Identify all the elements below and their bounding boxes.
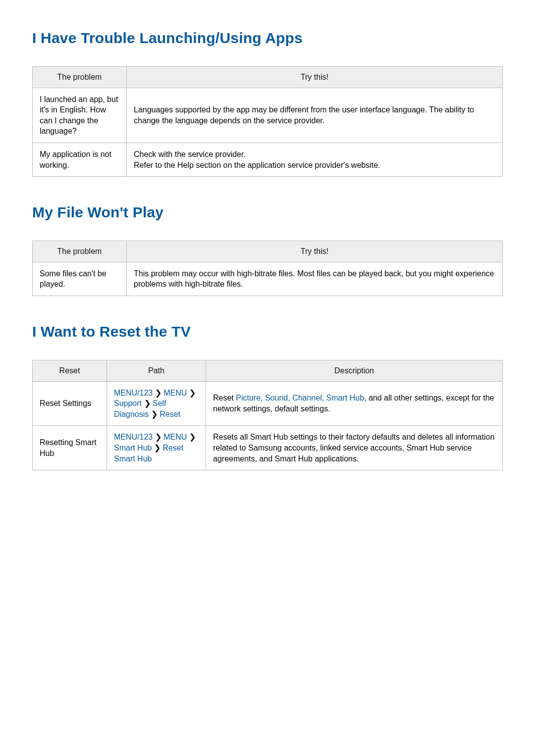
- col-header-problem: The problem: [33, 67, 127, 88]
- col-header-path: Path: [107, 360, 206, 381]
- path-segment: MENU/123: [114, 389, 153, 397]
- table-file: The problem Try this! Some files can't b…: [32, 241, 503, 296]
- chevron-right-icon: ❯: [155, 433, 161, 441]
- path-segment: Support: [114, 399, 142, 407]
- section-apps: I Have Trouble Launching/Using Apps The …: [32, 30, 503, 177]
- path-segment: Reset: [160, 410, 180, 418]
- table-row: Reset Settings MENU/123 ❯ MENU ❯ Support…: [33, 381, 503, 426]
- chevron-right-icon: ❯: [189, 433, 196, 441]
- section-title-apps: I Have Trouble Launching/Using Apps: [32, 30, 503, 47]
- section-file: My File Won't Play The problem Try this!…: [32, 204, 503, 296]
- cell-problem: My application is not working.: [33, 143, 127, 176]
- cell-reset: Resetting Smart Hub: [33, 426, 107, 470]
- path-segment: MENU: [163, 389, 187, 397]
- path-segment: MENU: [163, 433, 187, 441]
- chevron-right-icon: ❯: [154, 444, 160, 452]
- table-row: Some files can't be played. This problem…: [33, 262, 503, 296]
- col-header-reset: Reset: [33, 360, 107, 381]
- cell-reset: Reset Settings: [33, 381, 107, 426]
- cell-try: Check with the service provider. Refer t…: [127, 143, 503, 176]
- cell-path: MENU/123 ❯ MENU ❯ Smart Hub ❯ Reset Smar…: [107, 426, 206, 470]
- cell-try: This problem may occur with high-bitrate…: [127, 262, 503, 296]
- table-row: My application is not working. Check wit…: [33, 143, 503, 176]
- cell-desc: Resets all Smart Hub settings to their f…: [206, 426, 503, 470]
- chevron-right-icon: ❯: [151, 410, 158, 418]
- table-row: I launched an app, but it's in English. …: [33, 88, 503, 143]
- table-header-row: Reset Path Description: [33, 360, 503, 381]
- chevron-right-icon: ❯: [144, 399, 151, 407]
- cell-try: Languages supported by the app may be di…: [127, 88, 503, 143]
- cell-problem: Some files can't be played.: [33, 262, 127, 296]
- cell-path: MENU/123 ❯ MENU ❯ Support ❯ Self Diagnos…: [107, 381, 206, 426]
- cell-problem: I launched an app, but it's in English. …: [33, 88, 127, 143]
- col-header-desc: Description: [206, 360, 503, 381]
- section-title-reset: I Want to Reset the TV: [32, 323, 503, 340]
- chevron-right-icon: ❯: [155, 389, 161, 397]
- desc-highlight: Picture, Sound, Channel, Smart Hub: [236, 394, 364, 402]
- col-header-try: Try this!: [127, 67, 503, 88]
- table-row: Resetting Smart Hub MENU/123 ❯ MENU ❯ Sm…: [33, 426, 503, 470]
- table-apps: The problem Try this! I launched an app,…: [32, 66, 503, 177]
- col-header-try: Try this!: [127, 241, 503, 262]
- table-header-row: The problem Try this!: [33, 241, 503, 262]
- section-reset: I Want to Reset the TV Reset Path Descri…: [32, 323, 503, 470]
- chevron-right-icon: ❯: [189, 389, 196, 397]
- table-reset: Reset Path Description Reset Settings ME…: [32, 360, 503, 470]
- section-title-file: My File Won't Play: [32, 204, 503, 221]
- path-segment: Smart Hub: [114, 444, 152, 452]
- cell-desc: Reset Picture, Sound, Channel, Smart Hub…: [206, 381, 503, 426]
- path-segment: MENU/123: [114, 433, 153, 441]
- table-header-row: The problem Try this!: [33, 67, 503, 88]
- col-header-problem: The problem: [33, 241, 127, 262]
- desc-text: Reset: [213, 394, 236, 402]
